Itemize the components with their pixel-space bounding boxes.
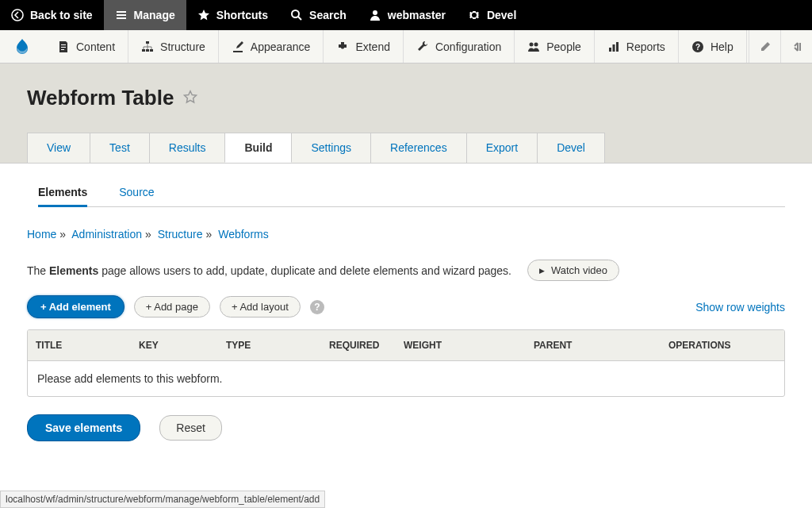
reset-button[interactable]: Reset xyxy=(159,415,222,441)
svg-rect-9 xyxy=(609,48,611,52)
content-region: Elements Source Home» Administration» St… xyxy=(0,164,812,459)
devel-menu[interactable]: Devel xyxy=(457,0,527,30)
subtab-source[interactable]: Source xyxy=(119,179,154,206)
admin-help[interactable]: ?Help xyxy=(679,30,747,63)
svg-rect-10 xyxy=(612,44,615,52)
appearance-icon xyxy=(232,40,244,53)
add-page-button[interactable]: + Add page xyxy=(134,296,210,318)
admin-people-label: People xyxy=(546,40,581,53)
crumb-webforms[interactable]: Webforms xyxy=(218,228,269,241)
svg-text:?: ? xyxy=(695,43,700,52)
crumb-structure[interactable]: Structure xyxy=(158,228,203,241)
svg-rect-5 xyxy=(146,49,149,52)
structure-icon xyxy=(141,40,154,53)
col-title: TITLE xyxy=(28,330,131,360)
reports-icon xyxy=(607,40,620,53)
user-label: webmaster xyxy=(388,9,446,21)
add-layout-button[interactable]: + Add layout xyxy=(220,296,301,318)
col-weight: WEIGHT xyxy=(396,330,526,360)
svg-rect-6 xyxy=(150,49,153,52)
crumb-administration[interactable]: Administration xyxy=(71,228,142,241)
help-icon: ? xyxy=(691,40,704,53)
svg-point-0 xyxy=(12,10,23,21)
drupal-logo[interactable] xyxy=(0,30,44,63)
tab-test[interactable]: Test xyxy=(90,133,150,163)
svg-point-8 xyxy=(534,42,538,46)
table-header: TITLE KEY TYPE REQUIRED WEIGHT PARENT OP… xyxy=(28,330,784,361)
back-label: Back to site xyxy=(30,9,93,21)
col-type: TYPE xyxy=(218,330,321,360)
admin-structure[interactable]: Structure xyxy=(128,30,219,63)
search-label: Search xyxy=(309,9,347,21)
devel-label: Devel xyxy=(487,9,516,21)
toolbar-top: Back to site Manage Shortcuts Search web… xyxy=(0,0,812,30)
tab-view[interactable]: View xyxy=(27,133,90,163)
svg-point-2 xyxy=(373,10,377,15)
wrench-icon xyxy=(416,40,429,53)
content-icon xyxy=(57,40,70,53)
admin-appearance-label: Appearance xyxy=(251,40,311,53)
admin-appearance[interactable]: Appearance xyxy=(219,30,324,63)
admin-content[interactable]: Content xyxy=(44,30,128,63)
watch-video-button[interactable]: Watch video xyxy=(527,260,619,281)
people-icon xyxy=(527,40,540,53)
tab-references[interactable]: References xyxy=(370,133,467,163)
col-operations: OPERATIONS xyxy=(661,330,784,360)
tab-export[interactable]: Export xyxy=(466,133,538,163)
svg-rect-4 xyxy=(142,49,145,52)
shortcuts[interactable]: Shortcuts xyxy=(186,0,279,30)
breadcrumb: Home» Administration» Structure» Webform… xyxy=(27,207,785,241)
toolbar-orientation-toggle[interactable] xyxy=(780,30,812,63)
admin-extend-label: Extend xyxy=(355,40,390,53)
hamburger-icon xyxy=(115,9,128,21)
shortcuts-label: Shortcuts xyxy=(216,9,268,21)
form-actions: Save elements Reset xyxy=(27,397,785,459)
admin-configuration[interactable]: Configuration xyxy=(404,30,515,63)
tab-results[interactable]: Results xyxy=(149,133,226,163)
user-menu[interactable]: webmaster xyxy=(358,0,457,30)
admin-reports[interactable]: Reports xyxy=(595,30,679,63)
col-required: REQUIRED xyxy=(321,330,396,360)
page-title: Webform Table xyxy=(27,86,174,110)
show-row-weights-link[interactable]: Show row weights xyxy=(695,301,785,314)
admin-configuration-label: Configuration xyxy=(435,40,501,53)
admin-menu: Content Structure Appearance Extend Conf… xyxy=(0,30,812,64)
element-actions: + Add element + Add page + Add layout ? … xyxy=(27,281,785,318)
add-element-button[interactable]: + Add element xyxy=(27,295,124,318)
admin-people[interactable]: People xyxy=(515,30,595,63)
extend-icon xyxy=(336,40,349,53)
col-key: KEY xyxy=(131,330,218,360)
manage-label: Manage xyxy=(134,9,175,21)
subtab-elements[interactable]: Elements xyxy=(38,179,87,207)
elements-table: TITLE KEY TYPE REQUIRED WEIGHT PARENT OP… xyxy=(27,329,785,397)
admin-structure-label: Structure xyxy=(160,40,205,53)
admin-content-label: Content xyxy=(76,40,115,53)
gear-icon xyxy=(468,9,481,21)
back-to-site[interactable]: Back to site xyxy=(0,0,104,30)
admin-reports-label: Reports xyxy=(626,40,665,53)
admin-edit[interactable] xyxy=(749,30,780,63)
tab-settings[interactable]: Settings xyxy=(291,133,371,163)
manage-toggle[interactable]: Manage xyxy=(104,0,186,30)
user-icon xyxy=(369,9,381,21)
svg-point-7 xyxy=(530,42,534,46)
admin-extend[interactable]: Extend xyxy=(324,30,404,63)
page-header: Webform Table View Test Results Build Se… xyxy=(0,64,812,164)
table-empty-message: Please add elements to this webform. xyxy=(28,361,784,396)
save-elements-button[interactable]: Save elements xyxy=(27,414,140,441)
tab-devel[interactable]: Devel xyxy=(537,133,605,163)
search[interactable]: Search xyxy=(279,0,358,30)
help-tooltip[interactable]: ? xyxy=(310,300,324,314)
svg-point-1 xyxy=(292,10,299,17)
search-icon xyxy=(290,9,303,21)
back-icon xyxy=(11,9,24,21)
star-icon xyxy=(197,9,210,21)
crumb-home[interactable]: Home xyxy=(27,228,56,241)
primary-tabs: View Test Results Build Settings Referen… xyxy=(27,133,785,163)
col-parent: PARENT xyxy=(526,330,661,360)
table-body: Please add elements to this webform. xyxy=(28,361,784,396)
svg-rect-11 xyxy=(616,42,619,52)
status-bar: localhost/wf/admin/structure/webform/man… xyxy=(0,491,325,508)
favorite-toggle[interactable] xyxy=(183,90,197,106)
tab-build[interactable]: Build xyxy=(224,133,292,163)
